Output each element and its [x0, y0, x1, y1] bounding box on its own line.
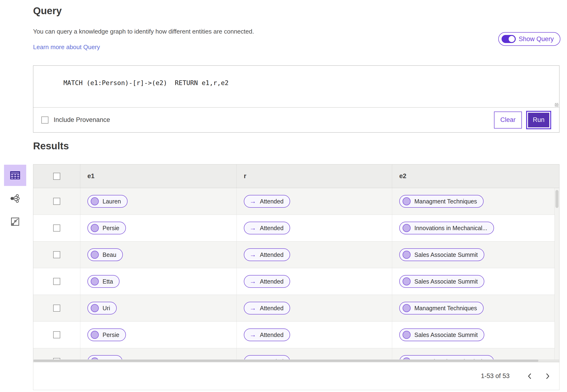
header-cell-e2: e2 — [392, 165, 559, 188]
table-row: Persie → Attended Sales Associate Summit — [33, 322, 559, 348]
include-provenance-checkbox[interactable] — [41, 116, 48, 124]
row-cell-e2: Innovations in Mechanical... — [392, 348, 559, 360]
row-cell-e1: Larry — [80, 348, 237, 360]
entity-label: Sales Associate Summit — [414, 278, 478, 285]
entity-pill[interactable]: Managment Techniques — [399, 195, 484, 208]
relation-pill[interactable]: → Attended — [244, 328, 290, 341]
vertical-scrollbar[interactable] — [554, 188, 559, 360]
relation-pill[interactable]: → Attended — [244, 355, 290, 360]
query-editor-panel: MATCH (e1:Person)-[r]->(e2) RETURN e1,r,… — [33, 65, 559, 133]
entity-pill[interactable]: Sales Associate Summit — [399, 248, 484, 261]
table-row: Uri → Attended Managment Techniques — [33, 295, 559, 322]
entity-pill[interactable]: Innovations in Mechanical... — [399, 222, 494, 234]
row-cell-select — [33, 215, 80, 241]
entity-pill[interactable]: Larry — [87, 355, 123, 360]
chevron-left-icon — [527, 373, 532, 380]
relation-label: Attended — [260, 332, 283, 338]
relation-label: Attended — [260, 198, 283, 205]
row-checkbox[interactable] — [53, 251, 60, 258]
view-item-chart[interactable] — [4, 211, 26, 232]
entity-pill[interactable]: Uri — [87, 302, 117, 314]
entity-node-icon — [402, 331, 411, 339]
row-cell-e2: Managment Techniques — [392, 188, 559, 215]
entity-pill[interactable]: Innovations in Mechanical... — [399, 355, 494, 360]
row-checkbox[interactable] — [53, 278, 60, 285]
entity-node-icon — [402, 197, 411, 205]
entity-node-icon — [91, 197, 99, 205]
entity-label: Sales Associate Summit — [414, 252, 478, 258]
row-cell-select — [33, 188, 80, 215]
row-checkbox[interactable] — [53, 224, 60, 232]
results-table: e1 r e2 Lauren → Attended Managment Tech… — [33, 164, 559, 362]
entity-pill[interactable]: Lauren — [87, 195, 128, 208]
row-cell-e2: Sales Associate Summit — [392, 322, 559, 348]
table-body: Lauren → Attended Managment Techniques P… — [33, 188, 559, 360]
results-title: Results — [33, 140, 69, 152]
run-button[interactable]: Run — [526, 111, 551, 129]
header-cell-e1: e1 — [80, 165, 237, 188]
entity-label: Lauren — [103, 198, 121, 205]
relation-pill[interactable]: → Attended — [244, 195, 290, 208]
pagination-footer: 1-53 of 53 — [33, 362, 559, 390]
entity-label: Managment Techniques — [414, 198, 477, 205]
chart-icon — [10, 217, 20, 227]
entity-pill[interactable]: Beau — [87, 248, 123, 261]
row-cell-select — [33, 322, 80, 348]
row-cell-r: → Attended — [237, 241, 392, 268]
pagination-label: 1-53 of 53 — [481, 372, 510, 380]
relation-pill[interactable]: → Attended — [244, 275, 290, 288]
row-cell-e1: Lauren — [80, 188, 237, 215]
learn-more-link[interactable]: Learn more about Query — [33, 43, 100, 51]
view-item-table[interactable] — [4, 165, 26, 186]
relation-label: Attended — [260, 305, 283, 312]
entity-node-icon — [402, 251, 411, 259]
row-cell-select — [33, 348, 80, 360]
relation-pill[interactable]: → Attended — [244, 222, 290, 234]
select-all-checkbox[interactable] — [53, 173, 60, 180]
clear-button[interactable]: Clear — [494, 112, 522, 128]
entity-pill[interactable]: Managment Techniques — [399, 302, 484, 314]
entity-node-icon — [91, 224, 99, 232]
entity-pill[interactable]: Persie — [87, 328, 126, 341]
query-input[interactable]: MATCH (e1:Person)-[r]->(e2) RETURN e1,r,… — [33, 66, 559, 108]
relation-pill[interactable]: → Attended — [244, 302, 290, 314]
entity-label: Beau — [103, 252, 116, 258]
network-icon — [10, 193, 20, 204]
relation-pill[interactable]: → Attended — [244, 248, 290, 261]
relation-arrow-icon: → — [249, 198, 256, 205]
table-row: Etta → Attended Sales Associate Summit — [33, 268, 559, 295]
row-cell-e1: Persie — [80, 322, 237, 348]
table-header-row: e1 r e2 — [33, 165, 559, 188]
entity-label: Innovations in Mechanical... — [414, 225, 487, 232]
show-query-toggle[interactable]: Show Query — [498, 32, 560, 46]
header-cell-select — [33, 165, 80, 188]
row-cell-r: → Attended — [237, 268, 392, 295]
previous-page-button[interactable] — [526, 372, 533, 381]
row-cell-r: → Attended — [237, 322, 392, 348]
query-actions-bar: Include Provenance Clear Run — [33, 107, 559, 132]
row-cell-e2: Managment Techniques — [392, 295, 559, 321]
relation-arrow-icon: → — [249, 332, 256, 338]
table-row: Lauren → Attended Managment Techniques — [33, 188, 559, 215]
view-item-graph[interactable] — [4, 188, 26, 209]
row-checkbox[interactable] — [53, 198, 60, 205]
row-cell-select — [33, 241, 80, 268]
table-row: Persie → Attended Innovations in Mechani… — [33, 215, 559, 241]
entity-pill[interactable]: Etta — [87, 275, 120, 288]
horizontal-scrollbar[interactable] — [33, 359, 559, 362]
entity-node-icon — [91, 251, 99, 259]
include-provenance-row[interactable]: Include Provenance — [41, 116, 110, 124]
resize-handle-icon[interactable] — [555, 103, 558, 107]
toggle-on-icon[interactable] — [502, 35, 516, 43]
entity-label: Persie — [103, 225, 119, 232]
row-checkbox[interactable] — [53, 331, 60, 338]
entity-pill[interactable]: Sales Associate Summit — [399, 328, 484, 341]
entity-pill[interactable]: Sales Associate Summit — [399, 275, 484, 288]
row-checkbox[interactable] — [53, 305, 60, 312]
entity-pill[interactable]: Persie — [87, 222, 126, 234]
query-text: MATCH (e1:Person)-[r]->(e2) RETURN e1,r,… — [64, 79, 229, 86]
relation-arrow-icon: → — [249, 305, 256, 311]
next-page-button[interactable] — [544, 372, 551, 381]
horizontal-scrollbar-thumb[interactable] — [34, 360, 539, 362]
vertical-scrollbar-thumb[interactable] — [555, 190, 558, 208]
